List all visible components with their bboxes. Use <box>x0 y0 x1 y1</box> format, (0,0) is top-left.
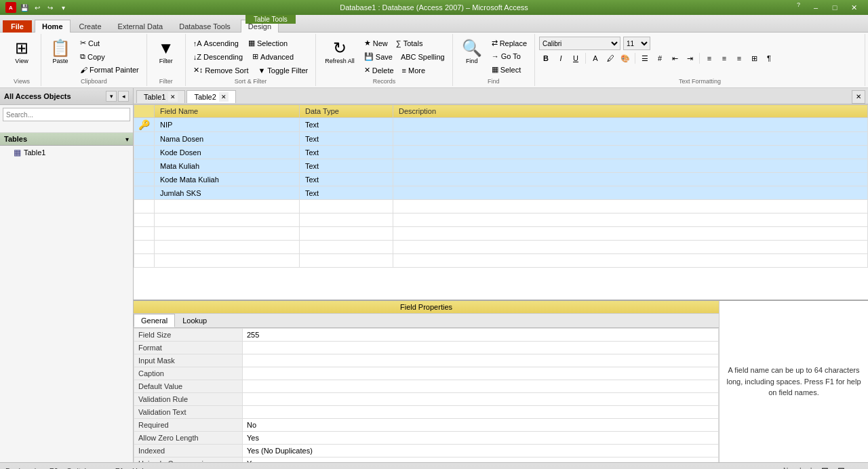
descending-button[interactable]: ↓Z Descending <box>190 50 246 63</box>
maximize-button[interactable]: □ <box>826 1 844 14</box>
field-name-cell[interactable]: Mata Kuliah <box>155 159 300 173</box>
italic-button[interactable]: I <box>554 52 568 65</box>
table-row[interactable]: Jumlah SKSText <box>134 186 868 200</box>
cut-button[interactable]: ✂ Cut <box>77 37 142 49</box>
highlight-button[interactable]: 🖊 <box>604 52 617 65</box>
rtl-button[interactable]: ¶ <box>762 52 776 65</box>
tab-home[interactable]: Home <box>35 20 71 33</box>
prop-value[interactable]: Yes <box>243 432 719 445</box>
remove-sort-button[interactable]: ✕↕ Remove Sort <box>190 64 252 77</box>
data-type-cell[interactable]: Text <box>300 132 393 146</box>
description-cell[interactable] <box>393 146 868 159</box>
description-cell[interactable] <box>393 254 868 268</box>
data-type-cell[interactable]: Text <box>300 186 393 200</box>
field-name-cell[interactable] <box>155 200 300 213</box>
table-row[interactable] <box>134 254 868 268</box>
close-button[interactable]: ✕ <box>845 1 863 14</box>
description-cell[interactable] <box>393 213 868 227</box>
field-name-cell[interactable]: Jumlah SKS <box>155 186 300 200</box>
font-select[interactable]: Calibri <box>539 37 620 50</box>
align-center-button[interactable]: ≡ <box>717 52 731 65</box>
field-name-cell[interactable]: Kode Dosen <box>155 146 300 159</box>
pivot-table-btn[interactable]: ⊟ <box>835 466 846 470</box>
table-row[interactable] <box>134 227 868 241</box>
data-type-cell[interactable] <box>300 254 393 268</box>
indent-more-button[interactable]: ⇥ <box>683 52 696 65</box>
data-type-cell[interactable]: Text <box>300 173 393 186</box>
tab-table1[interactable]: Table1 ✕ <box>136 90 185 103</box>
prop-value[interactable] <box>243 406 719 419</box>
format-painter-button[interactable]: 🖌 Format Painter <box>77 64 142 76</box>
field-name-cell[interactable] <box>155 254 300 268</box>
copy-button[interactable]: ⧉ Copy <box>77 50 142 63</box>
field-name-cell[interactable] <box>155 241 300 254</box>
data-type-cell[interactable] <box>300 227 393 241</box>
grid-button[interactable]: ⊞ <box>747 52 761 65</box>
tab-file[interactable]: File <box>3 20 32 33</box>
data-type-cell[interactable]: Text <box>300 159 393 173</box>
table-row[interactable]: 🔑NIPText <box>134 118 868 132</box>
qa-dropdown[interactable]: ▾ <box>58 2 68 13</box>
refresh-all-button[interactable]: ↻ Refresh All <box>320 37 359 68</box>
sidebar-section-header[interactable]: Tables ▾ <box>0 132 133 146</box>
access-help-icon[interactable]: ? <box>797 1 800 14</box>
selection-button[interactable]: ▦ Selection <box>245 37 291 49</box>
table-row[interactable] <box>134 241 868 254</box>
minimize-button[interactable]: – <box>807 1 825 14</box>
field-name-cell[interactable]: NIP <box>155 118 300 132</box>
props-tab-general[interactable]: General <box>134 314 175 327</box>
prop-value[interactable]: Yes (No Duplicates) <box>243 445 719 457</box>
tab-table2[interactable]: Table2 ✕ <box>186 90 235 103</box>
field-name-cell[interactable]: Kode Mata Kuliah <box>155 173 300 186</box>
goto-button[interactable]: → Go To <box>488 50 530 62</box>
section-toggle-button[interactable]: ▾ <box>125 136 129 143</box>
numbering-button[interactable]: # <box>653 52 667 65</box>
bg-color-button[interactable]: 🎨 <box>618 52 632 65</box>
ascending-button[interactable]: ↑A Ascending <box>190 37 242 49</box>
tab-table2-close[interactable]: ✕ <box>219 92 229 102</box>
data-type-cell[interactable]: Text <box>300 118 393 132</box>
prop-value[interactable] <box>243 393 719 406</box>
table-row[interactable]: Kode DosenText <box>134 146 868 159</box>
new-record-button[interactable]: ★ New <box>361 37 391 49</box>
indent-less-button[interactable]: ⇤ <box>668 52 682 65</box>
design-view-btn[interactable]: ✏ <box>852 466 863 470</box>
save-record-button[interactable]: 💾 Save <box>361 50 396 63</box>
sidebar-menu-button[interactable]: ▾ <box>106 91 117 102</box>
advanced-button[interactable]: ⊞ Advanced <box>249 50 297 63</box>
sidebar-item-table1[interactable]: ▦ Table1 <box>0 146 133 159</box>
table-row[interactable] <box>134 200 868 213</box>
prop-value[interactable]: No <box>243 419 719 432</box>
description-cell[interactable] <box>393 186 868 200</box>
qa-save[interactable]: 💾 <box>19 2 30 13</box>
field-name-cell[interactable]: Nama Dosen <box>155 132 300 146</box>
description-cell[interactable] <box>393 241 868 254</box>
replace-button[interactable]: ⇄ Replace <box>488 37 530 49</box>
tab-database-tools[interactable]: Database Tools <box>172 20 238 33</box>
spelling-button[interactable]: ABC Spelling <box>397 50 448 63</box>
qa-undo[interactable]: ↩ <box>32 2 43 13</box>
bold-button[interactable]: B <box>539 52 553 65</box>
description-cell[interactable] <box>393 132 868 146</box>
prop-value[interactable]: 255 <box>243 329 719 342</box>
description-cell[interactable] <box>393 173 868 186</box>
paste-button[interactable]: 📋 Paste <box>45 37 75 68</box>
sidebar-close-button[interactable]: ◂ <box>118 91 129 102</box>
prop-value[interactable] <box>243 367 719 380</box>
description-cell[interactable] <box>393 118 868 132</box>
prop-value[interactable]: Yes <box>243 457 719 463</box>
toggle-filter-button[interactable]: ▼ Toggle Filter <box>254 64 311 77</box>
align-left-button[interactable]: ≡ <box>703 52 716 65</box>
props-scroll[interactable]: Field Size255FormatInput MaskCaptionDefa… <box>134 328 719 462</box>
field-name-cell[interactable] <box>155 227 300 241</box>
close-all-tabs-button[interactable]: ✕ <box>852 90 865 104</box>
find-button[interactable]: 🔍 Find <box>457 37 487 68</box>
bullets-button[interactable]: ☰ <box>638 52 652 65</box>
props-tab-lookup[interactable]: Lookup <box>175 314 214 327</box>
table-row[interactable]: Kode Mata KuliahText <box>134 173 868 186</box>
tab-table1-close[interactable]: ✕ <box>168 92 178 102</box>
prop-value[interactable] <box>243 380 719 393</box>
select-button[interactable]: ▦ Select <box>488 63 530 76</box>
description-cell[interactable] <box>393 200 868 213</box>
qa-redo[interactable]: ↪ <box>45 2 56 13</box>
